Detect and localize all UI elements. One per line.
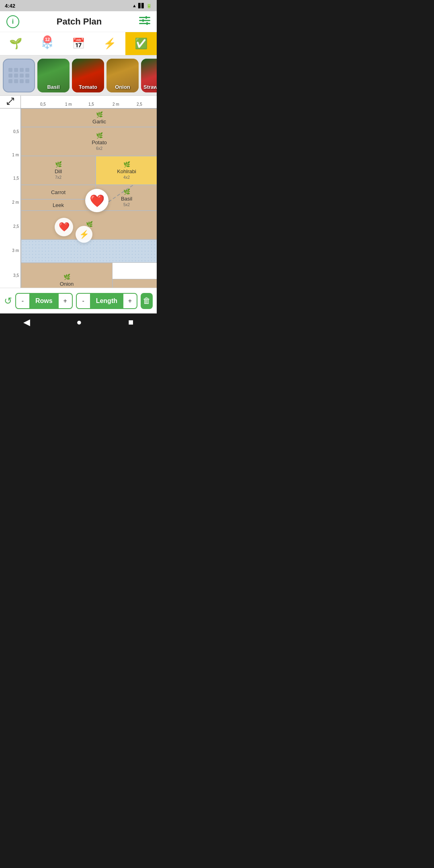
sliders-icon[interactable] [139, 16, 150, 27]
svg-rect-4 [142, 19, 144, 22]
nav-bar: ◀ ● ■ [0, 313, 157, 331]
plot-leek[interactable]: Leek [21, 199, 96, 211]
app-header: i Patch Plan [0, 11, 157, 32]
potato-label: Potato [92, 139, 107, 145]
tab-plants[interactable]: 🌱 [0, 32, 31, 55]
plot-onion[interactable]: 🌿 Onion 8x5 [21, 263, 113, 288]
ruler-left-25: 2,5 [13, 224, 19, 229]
status-right: ▲ ▋▋ 🔋 [132, 3, 152, 8]
length-label-button[interactable]: Length [90, 293, 123, 309]
rows-minus-button[interactable]: - [15, 293, 30, 309]
heart-large-icon: ❤️ [85, 189, 108, 212]
expand-icon[interactable] [6, 96, 15, 108]
garlic-leaf: 🌿 [96, 111, 103, 118]
svg-rect-3 [145, 16, 147, 19]
lightning-icon: ⚡ [103, 37, 116, 50]
heart-small-icon: ❤️ [55, 218, 73, 236]
dill-size: 7x2 [55, 175, 61, 180]
kohlrabi-leaf: 🌿 [123, 161, 130, 168]
potato-size: 6x2 [96, 146, 102, 151]
plant-label-strawberry: Strawberry [141, 84, 157, 90]
signal-icon: ▋▋ [138, 3, 145, 8]
battery-icon: 🔋 [146, 3, 152, 8]
garden-scroll-area[interactable]: 0,5 1 m 1,5 2 m 2,5 3 m 0,5 1 m 1,5 2 m … [0, 96, 157, 288]
page-title: Patch Plan [57, 16, 102, 27]
plant-label-onion: Onion [106, 84, 139, 90]
rows-control: - Rows + [15, 293, 73, 309]
leaf-icon: 🌱 [9, 37, 22, 50]
home-button[interactable]: ● [68, 315, 90, 329]
plant-card-empty[interactable] [3, 59, 35, 92]
back-button[interactable]: ◀ [15, 315, 38, 329]
kohlrabi-size: 4x2 [123, 175, 130, 180]
plant-selector: Basil Tomato Onion Strawberry Potato [0, 55, 157, 96]
plot-dill[interactable]: 🌿 Dill 7x2 [21, 156, 96, 185]
delete-button[interactable]: 🗑 [141, 293, 153, 309]
calendar-icon: 📅 [72, 37, 85, 50]
dill-leaf: 🌿 [55, 161, 62, 168]
rows-plus-button[interactable]: + [58, 293, 73, 309]
plant-card-strawberry[interactable]: Strawberry [141, 59, 157, 92]
trash-icon: 🗑 [143, 296, 151, 305]
plant-card-tomato[interactable]: Tomato [72, 59, 104, 92]
ruler-mark-1m: 1 m [65, 102, 72, 106]
wifi-icon: ▲ [132, 3, 137, 8]
length-minus-button[interactable]: - [76, 293, 90, 309]
onion-leaf: 🌿 [63, 274, 70, 280]
info-icon[interactable]: i [6, 15, 19, 28]
plot-blue-band[interactable] [21, 240, 157, 263]
onion-plot-label: Onion [60, 281, 74, 287]
tab-lightning[interactable]: ⚡ [94, 32, 125, 55]
plant-label-tomato: Tomato [72, 84, 104, 90]
length-control: - Length + [76, 293, 137, 309]
garlic-label: Garlic [92, 119, 106, 125]
tab-community[interactable]: ❄️ 12 [31, 32, 63, 55]
tab-calendar[interactable]: 📅 [63, 32, 94, 55]
bottom-controls: ↺ - Rows + - Length + 🗑 [0, 288, 157, 313]
potato-leaf: 🌿 [96, 132, 103, 139]
svg-rect-2 [139, 23, 150, 24]
svg-line-9 [10, 98, 14, 101]
status-time: 4:42 [5, 3, 15, 9]
plot-potato[interactable]: 🌿 Potato 6x2 [21, 127, 157, 156]
basil-plot-label: Basil [121, 196, 132, 202]
dill-label: Dill [55, 168, 62, 174]
rows-label-button[interactable]: Rows [30, 293, 58, 309]
status-bar: 4:42 ▲ ▋▋ 🔋 [0, 0, 157, 11]
plot-carrot[interactable]: Carrot [21, 185, 96, 199]
basil-size: 5x2 [123, 203, 130, 207]
community-badge: 12 [43, 35, 51, 43]
ruler-left-35: 3,5 [13, 273, 19, 278]
status-left: 4:42 [5, 3, 15, 9]
plot-pumpkin[interactable]: 🌿 Pumpkin [113, 279, 157, 288]
tab-checklist[interactable]: ✅ [125, 32, 157, 55]
tab-bar: 🌱 ❄️ 12 📅 ⚡ ✅ [0, 32, 157, 55]
leek-label: Leek [53, 202, 64, 208]
ruler-left-05: 0,5 [13, 129, 19, 134]
plot-kohlrabi[interactable]: 🌿 Kohlrabi 4x2 [96, 156, 157, 185]
svg-rect-0 [139, 17, 150, 18]
plot-garlic[interactable]: 🌿 Garlic [21, 108, 157, 127]
basil-leaf: 🌿 [123, 188, 130, 195]
ruler-left-2m: 2 m [12, 200, 19, 205]
ruler-mark-25: 2,5 [137, 102, 142, 106]
length-plus-button[interactable]: + [123, 293, 137, 309]
ruler-left-15: 1,5 [13, 176, 19, 180]
svg-rect-1 [139, 20, 150, 21]
plant-card-basil[interactable]: Basil [37, 59, 70, 92]
ruler-left-3m: 3 m [12, 248, 19, 253]
ruler-mark-05: 0,5 [40, 102, 46, 106]
svg-rect-5 [146, 22, 148, 25]
checklist-icon: ✅ [135, 37, 147, 50]
kohlrabi-label: Kohlrabi [117, 168, 136, 174]
carrot-label: Carrot [51, 189, 66, 195]
recents-button[interactable]: ■ [120, 315, 141, 329]
svg-line-6 [7, 101, 10, 104]
ruler-left-1m: 1 m [12, 153, 19, 157]
ruler-mark-2m: 2 m [113, 102, 119, 106]
bolt-icon: ⚡ [76, 226, 92, 243]
plant-card-onion[interactable]: Onion [106, 59, 139, 92]
plant-label-basil: Basil [37, 84, 70, 90]
refresh-button[interactable]: ↺ [4, 295, 12, 307]
ruler-mark-15: 1,5 [88, 102, 94, 106]
